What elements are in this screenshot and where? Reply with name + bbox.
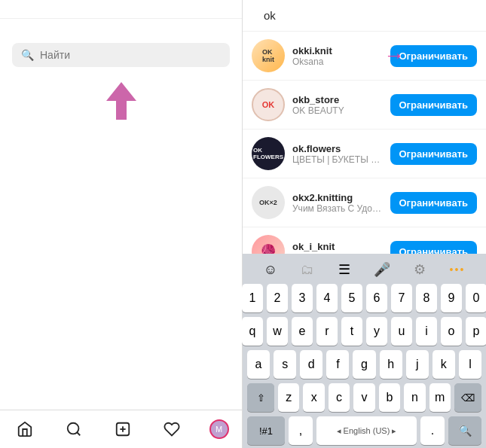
sticker-icon[interactable]: 🗂 (301, 262, 314, 278)
svg-line-2 (77, 432, 80, 435)
account-name-ok2: Учим Вязать С Удово… (292, 203, 383, 214)
account-username-okf: ok.flowers (292, 143, 383, 154)
search-icon: 🔍 (21, 49, 34, 61)
nav-profile-avatar[interactable]: M (209, 419, 229, 439)
keyboard-row-3: ⇧zxcvbnm⌫ (247, 383, 481, 412)
key-z[interactable]: z (278, 383, 299, 412)
symbols-key[interactable]: !#1 (247, 416, 285, 445)
account-item-okf: OKFLOWERSok.flowersЦВЕТЫ | БУКЕТЫ В М…Ог… (243, 130, 486, 178)
key-6[interactable]: 6 (366, 284, 387, 312)
key-s[interactable]: s (274, 350, 296, 379)
key-o[interactable]: o (441, 317, 462, 346)
left-panel: 🔍 M (0, 0, 243, 448)
account-name-okki: Oksana (292, 56, 383, 67)
key-h[interactable]: h (380, 350, 402, 379)
key-k[interactable]: k (433, 350, 455, 379)
right-header (243, 0, 486, 32)
restrict-button-oki[interactable]: Ограничивать (390, 241, 478, 254)
key-d[interactable]: d (300, 350, 322, 379)
search-input[interactable] (40, 49, 221, 61)
left-header (0, 0, 242, 19)
key-u[interactable]: u (391, 317, 412, 346)
key-p[interactable]: p (466, 317, 486, 346)
key-r[interactable]: r (316, 317, 338, 346)
arrow-indicator: → (384, 45, 405, 66)
restrict-button-ok2[interactable]: Ограничивать (390, 192, 478, 214)
key-l[interactable]: l (459, 350, 481, 379)
delete-key[interactable]: ⌫ (454, 383, 481, 412)
keyboard-row-1: qwertyuiop (247, 317, 481, 346)
settings-icon[interactable]: ⚙ (414, 261, 426, 278)
account-username-okb: okb_store (292, 94, 383, 105)
keyboard: ☺ 🗂 ☰ 🎤 ⚙ ••• 1234567890qwertyuiopasdfgh… (243, 254, 486, 448)
account-item-okb: OKokb_storeOK BEAUTYОграничивать (243, 81, 486, 130)
nav-search-icon[interactable] (63, 418, 85, 440)
account-avatar-okb: OK (252, 88, 285, 121)
key-x[interactable]: x (303, 383, 324, 412)
search-key[interactable]: 🔍 (448, 416, 481, 445)
account-avatar-okf: OKFLOWERS (252, 137, 285, 170)
key-n[interactable]: n (404, 383, 425, 412)
key-3[interactable]: 3 (292, 284, 313, 312)
account-item-okki: →OKknitokki.knitOksanaОграничивать (243, 32, 486, 81)
key-i[interactable]: i (416, 317, 437, 346)
key-1[interactable]: 1 (242, 284, 263, 312)
account-info-okf: ok.flowersЦВЕТЫ | БУКЕТЫ В М… (292, 143, 383, 165)
left-content: 🔍 (0, 19, 242, 410)
key-5[interactable]: 5 (341, 284, 362, 312)
account-name-oki: ВЯЗАНЫЕ ВЕЩИ. РУЧ… (292, 252, 383, 254)
account-info-ok2: okx2.knittingУчим Вязать С Удово… (292, 192, 383, 214)
key-2[interactable]: 2 (267, 284, 288, 312)
key-w[interactable]: w (267, 317, 288, 346)
key-m[interactable]: m (429, 383, 451, 412)
key-c[interactable]: c (329, 383, 350, 412)
key-q[interactable]: q (242, 317, 263, 346)
account-item-ok2: OK×2okx2.knittingУчим Вязать С Удово…Огр… (243, 178, 486, 227)
restrict-button-okf[interactable]: Ограничивать (390, 143, 478, 165)
keyboard-row-0: 1234567890 (247, 284, 481, 312)
key-t[interactable]: t (341, 317, 362, 346)
space-key[interactable]: ◂ English (US) ▸ (316, 416, 417, 445)
right-search-input[interactable] (264, 9, 474, 22)
period-key[interactable]: . (420, 416, 445, 445)
emoji-icon[interactable]: ☺ (264, 262, 277, 278)
account-info-okb: okb_storeOK BEAUTY (292, 94, 383, 116)
clipboard-icon[interactable]: ☰ (338, 261, 350, 278)
key-v[interactable]: v (353, 383, 374, 412)
key-7[interactable]: 7 (391, 284, 412, 312)
nav-heart-icon[interactable] (160, 418, 183, 440)
account-avatar-ok2: OK×2 (252, 186, 285, 219)
keyboard-toolbar: ☺ 🗂 ☰ 🎤 ⚙ ••• (246, 258, 483, 282)
key-e[interactable]: e (292, 317, 313, 346)
key-f[interactable]: f (326, 350, 349, 379)
search-box[interactable]: 🔍 (12, 43, 230, 67)
key-a[interactable]: a (247, 350, 270, 379)
account-username-oki: ok_i_knit (292, 241, 383, 252)
keyboard-bottom-row: !#1,◂ English (US) ▸.🔍 (247, 416, 481, 445)
account-item-oki: 🧶ok_i_knitВЯЗАНЫЕ ВЕЩИ. РУЧ…Ограничивать (243, 227, 486, 254)
key-9[interactable]: 9 (441, 284, 462, 312)
account-username-ok2: okx2.knitting (292, 192, 383, 203)
key-j[interactable]: j (406, 350, 429, 379)
keyboard-rows: 1234567890qwertyuiopasdfghjkl⇧zxcvbnm⌫!#… (246, 284, 483, 445)
nav-home-icon[interactable] (14, 418, 36, 440)
key-8[interactable]: 8 (416, 284, 437, 312)
comma-key[interactable]: , (289, 416, 313, 445)
arrow-up-icon (106, 82, 136, 120)
key-0[interactable]: 0 (466, 284, 486, 312)
nav-add-icon[interactable] (112, 418, 134, 440)
key-4[interactable]: 4 (316, 284, 338, 312)
key-g[interactable]: g (353, 350, 375, 379)
shift-key[interactable]: ⇧ (247, 383, 274, 412)
key-b[interactable]: b (379, 383, 400, 412)
bottom-nav: M (0, 410, 242, 448)
account-info-okki: okki.knitOksana (292, 45, 383, 67)
more-icon[interactable]: ••• (450, 264, 466, 276)
right-panel: →OKknitokki.knitOksanaОграничиватьOKokb_… (243, 0, 486, 448)
account-avatar-okki: OKknit (252, 39, 285, 72)
account-info-oki: ok_i_knitВЯЗАНЫЕ ВЕЩИ. РУЧ… (292, 241, 383, 254)
mic-icon[interactable]: 🎤 (374, 261, 390, 278)
svg-marker-0 (106, 82, 136, 120)
restrict-button-okb[interactable]: Ограничивать (390, 94, 478, 116)
key-y[interactable]: y (366, 317, 387, 346)
